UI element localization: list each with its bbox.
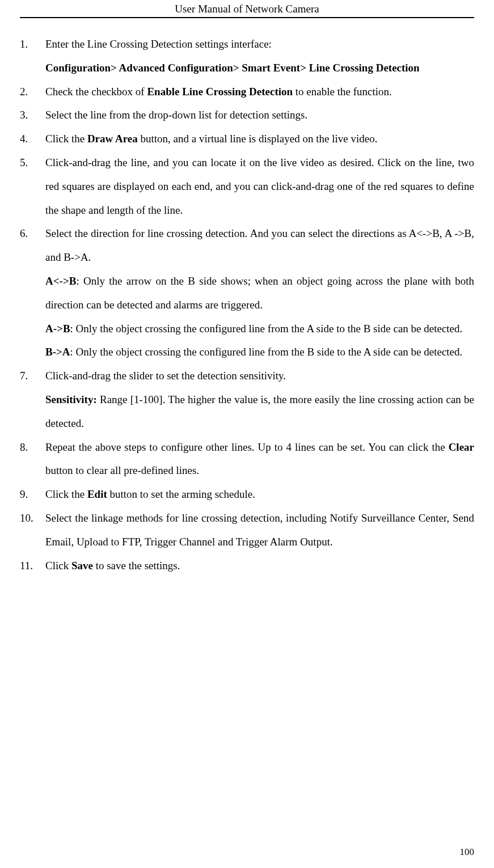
step-text: Check the checkbox of Enable Line Crossi… [45,80,474,104]
step-text: Click Save to save the settings. [45,554,474,578]
config-path: Configuration> Advanced Configuration> S… [45,56,474,80]
steps-list: Enter the Line Crossing Detection settin… [20,32,474,577]
direction-label: B->A [45,346,70,358]
step-text: Select the linkage methods for line cros… [45,506,474,554]
page-footer: 100 [460,846,475,858]
save-label: Save [71,560,93,571]
step-1: Enter the Line Crossing Detection settin… [20,32,474,80]
direction-ab: A->B: Only the object crossing the confi… [45,317,474,341]
step-9: Click the Edit button to set the arming … [20,482,474,506]
step-text: Select the line from the drop-down list … [45,103,474,127]
step-text: Click the Edit button to set the arming … [45,482,474,506]
step-10: Select the linkage methods for line cros… [20,506,474,554]
header-title: User Manual of Network Camera [175,3,319,15]
document-page: User Manual of Network Camera Enter the … [0,0,494,577]
step-text: Select the direction for line crossing d… [45,222,474,269]
draw-area-label: Draw Area [87,133,138,145]
page-header: User Manual of Network Camera [20,0,474,18]
direction-ab-both: A<->B: Only the arrow on the B side show… [45,269,474,317]
page-number: 100 [460,846,475,857]
step-4: Click the Draw Area button, and a virtua… [20,127,474,151]
direction-label: A->B [45,323,70,335]
step-text: Click-and-drag the slider to set the det… [45,364,474,388]
step-text: Click-and-drag the line, and you can loc… [45,151,474,222]
edit-label: Edit [87,488,107,500]
step-7: Click-and-drag the slider to set the det… [20,364,474,435]
sensitivity-label: Sensitivity: [45,393,97,405]
enable-label: Enable Line Crossing Detection [147,86,293,98]
clear-label: Clear [449,441,474,453]
step-text: Repeat the above steps to configure othe… [45,435,474,483]
sensitivity-text: Sensitivity: Range [1-100]. The higher t… [45,388,474,435]
step-2: Check the checkbox of Enable Line Crossi… [20,80,474,104]
step-text: Click the Draw Area button, and a virtua… [45,127,474,151]
step-8: Repeat the above steps to configure othe… [20,435,474,483]
direction-ba: B->A: Only the object crossing the confi… [45,340,474,364]
step-11: Click Save to save the settings. [20,554,474,578]
step-text: Enter the Line Crossing Detection settin… [45,32,474,56]
step-5: Click-and-drag the line, and you can loc… [20,151,474,222]
direction-label: A<->B [45,275,76,287]
step-3: Select the line from the drop-down list … [20,103,474,127]
step-6: Select the direction for line crossing d… [20,222,474,364]
